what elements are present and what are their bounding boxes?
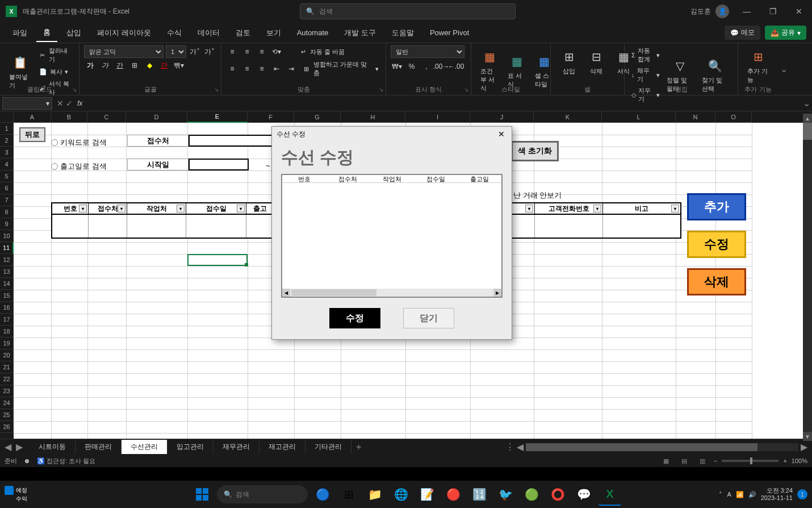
align-launcher-icon[interactable]: ↘ xyxy=(379,86,383,93)
delete-button[interactable]: 삭제 xyxy=(687,268,746,295)
row-header-7[interactable]: 7 xyxy=(0,194,14,206)
share-button[interactable]: 📤 공유 ▾ xyxy=(765,26,806,40)
row-header-19[interactable]: 19 xyxy=(0,338,14,349)
col-header-L[interactable]: L xyxy=(602,111,676,123)
align-left-button[interactable]: ≡ xyxy=(226,63,238,75)
row-header-2[interactable]: 2 xyxy=(0,135,14,147)
twitter-icon[interactable]: 🐦 xyxy=(494,483,517,506)
th-blank[interactable]: ▾ xyxy=(512,203,535,214)
filter-icon[interactable]: ▾ xyxy=(237,205,245,213)
col-header-B[interactable]: B xyxy=(51,111,87,123)
ribbon-tab-3[interactable]: 페이지 레이아웃 xyxy=(90,24,158,41)
clock[interactable]: 오전 3:24 2023-11-11 xyxy=(761,487,793,502)
zoom-out-button[interactable]: − xyxy=(714,457,717,464)
row-header-6[interactable]: 6 xyxy=(0,182,14,194)
copy-button[interactable]: 📄복사 ▾ xyxy=(36,66,74,77)
orientation-button[interactable]: ⟲▾ xyxy=(270,45,283,58)
row-header-5[interactable]: 5 xyxy=(0,170,14,182)
row-header-14[interactable]: 14 xyxy=(0,278,14,290)
fill-color-button[interactable]: ◆ xyxy=(143,59,156,72)
align-middle-button[interactable]: ≡ xyxy=(241,45,253,58)
row-header-21[interactable]: 21 xyxy=(0,361,14,373)
filter-icon[interactable]: ▾ xyxy=(177,205,185,213)
dialog-listbox[interactable]: 번호 접수처 작업처 접수일 출고일 ◀ ▶ xyxy=(281,174,503,298)
col-header-N[interactable]: N xyxy=(676,111,715,123)
add-button[interactable]: 추가 xyxy=(687,193,746,220)
number-format-select[interactable]: 일반 xyxy=(391,45,464,58)
input-receipt[interactable] xyxy=(189,135,274,147)
align-top-button[interactable]: ≡ xyxy=(226,45,238,58)
enter-formula-button[interactable]: ✓ xyxy=(66,99,73,108)
table-row[interactable] xyxy=(511,215,681,227)
sheet-tab-6[interactable]: 기타관리 xyxy=(305,440,351,454)
sheet-tab-5[interactable]: 재고관리 xyxy=(259,440,305,454)
increase-indent-button[interactable]: ⇥ xyxy=(285,63,298,75)
dialog-close-button-bottom[interactable]: 닫기 xyxy=(403,308,454,328)
zoom-slider[interactable] xyxy=(722,460,778,462)
row-header-23[interactable]: 23 xyxy=(0,385,14,397)
fill-button[interactable]: ↓ 채우기 ▾ xyxy=(629,65,662,85)
table-row[interactable] xyxy=(51,226,275,239)
cond-format-button[interactable]: ▦조건부 서식 xyxy=(476,45,503,95)
filter-icon[interactable]: ▾ xyxy=(525,205,533,213)
app-icon[interactable]: 🟢 xyxy=(520,483,543,506)
addins-button[interactable]: ⊞추가 기능 xyxy=(743,45,773,86)
phonetic-button[interactable]: 뺶▾ xyxy=(173,59,185,72)
zoom-thumb[interactable] xyxy=(750,457,752,464)
row-header-20[interactable]: 20 xyxy=(0,349,14,361)
scroll-thumb[interactable] xyxy=(291,289,376,296)
decrease-decimal-button[interactable]: ←.00 xyxy=(450,60,462,73)
col-header-A[interactable]: A xyxy=(14,111,51,123)
dialog-edit-button[interactable]: 수정 xyxy=(329,308,380,328)
wifi-icon[interactable]: 📶 xyxy=(736,491,744,498)
row-header-25[interactable]: 25 xyxy=(0,409,14,421)
vertical-scrollbar[interactable]: ▲ ▼ xyxy=(803,114,812,441)
increase-decimal-button[interactable]: .00→ xyxy=(435,60,447,73)
search-box[interactable]: 🔍 검색 xyxy=(300,3,516,19)
sheet-tab-1[interactable]: 판매관리 xyxy=(76,440,122,454)
fx-label[interactable]: fx xyxy=(77,99,82,107)
sheet-tab-3[interactable]: 입고관리 xyxy=(168,440,214,454)
kakaotalk-icon[interactable]: 💬 xyxy=(572,483,595,506)
macro-record-icon[interactable]: ⏺ xyxy=(24,457,30,464)
col-header-G[interactable]: G xyxy=(294,111,341,123)
tray-chevron-icon[interactable]: ˄ xyxy=(719,491,722,498)
table-row[interactable] xyxy=(51,215,275,227)
sort-filter-button[interactable]: ▽정렬 및 필터 xyxy=(662,45,698,105)
col-header-D[interactable]: D xyxy=(126,111,187,123)
clear-button[interactable]: ◇ 지우기 ▾ xyxy=(629,85,662,105)
row-header-4[interactable]: 4 xyxy=(0,159,14,170)
decrease-font-button[interactable]: 가˅ xyxy=(203,45,216,58)
col-header-K[interactable]: K xyxy=(534,111,602,123)
ribbon-tab-5[interactable]: 데이터 xyxy=(191,24,227,41)
dialog-horizontal-scrollbar[interactable]: ◀ ▶ xyxy=(282,289,501,297)
avatar-icon[interactable]: 👤 xyxy=(715,5,729,18)
col-header-J[interactable]: J xyxy=(470,111,534,123)
table-row[interactable] xyxy=(511,226,681,239)
ribbon-tab-10[interactable]: 도움말 xyxy=(385,24,421,41)
col-header-I[interactable]: I xyxy=(405,111,470,123)
find-select-button[interactable]: 🔍찾기 및 선택 xyxy=(697,45,733,105)
row-header-8[interactable]: 8 xyxy=(0,206,14,218)
decrease-indent-button[interactable]: ⇤ xyxy=(270,63,283,75)
add-sheet-button[interactable]: + xyxy=(356,442,361,452)
horizontal-scrollbar[interactable] xyxy=(526,443,798,451)
font-name-select[interactable]: 맑은 고딕 xyxy=(84,45,164,58)
scroll-right-icon[interactable]: ▶ xyxy=(801,442,807,452)
row-header-18[interactable]: 18 xyxy=(0,326,14,338)
page-break-button[interactable]: ▥ xyxy=(696,456,709,466)
weather-widget[interactable]: 예정 수익 xyxy=(5,486,27,503)
filter-icon[interactable]: ▾ xyxy=(671,205,679,213)
notification-badge[interactable]: 1 xyxy=(797,489,807,499)
page-layout-button[interactable]: ▤ xyxy=(677,456,691,466)
scroll-thumb[interactable] xyxy=(803,123,812,140)
back-button[interactable]: 뒤로 xyxy=(19,127,45,142)
border-button[interactable]: ⊞ xyxy=(128,59,141,72)
row-header-10[interactable]: 10 xyxy=(0,230,14,242)
row-header-13[interactable]: 13 xyxy=(0,266,14,278)
row-header-12[interactable]: 12 xyxy=(0,254,14,266)
cut-button[interactable]: ✂잘라내기 xyxy=(36,45,74,65)
notepad-icon[interactable]: 📝 xyxy=(416,483,438,506)
col-header-O[interactable]: O xyxy=(715,111,752,123)
ribbon-tab-4[interactable]: 수식 xyxy=(160,24,189,41)
